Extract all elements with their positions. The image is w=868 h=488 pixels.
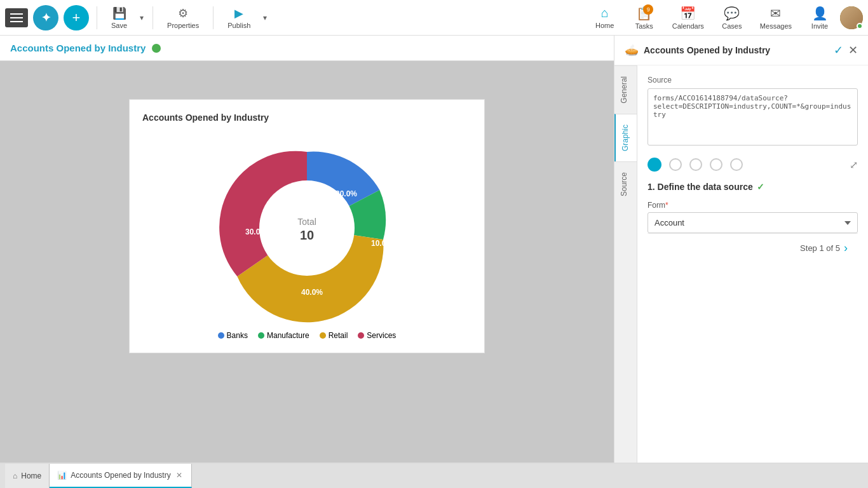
tab-source[interactable]: Source [614, 161, 637, 207]
chart-container: Accounts Opened by Industry [129, 99, 485, 353]
home-label: Home [595, 22, 614, 29]
divider2 [153, 6, 153, 29]
panel-chart-icon: 🥧 [625, 43, 639, 57]
side-tabs: General Graphic Source [614, 65, 637, 463]
messages-label: Messages [760, 22, 792, 30]
home-tab-icon: ⌂ [13, 471, 17, 480]
step-nav-text: Step 1 of 5 [800, 243, 840, 253]
properties-button[interactable]: ⚙ Properties [161, 4, 205, 32]
tab-home[interactable]: ⌂ Home [5, 464, 50, 488]
required-indicator: * [665, 201, 668, 210]
invite-icon: 👤 [812, 6, 828, 21]
services-percent-label: 30.0% [245, 227, 267, 236]
retail-percent-label: 40.0% [301, 288, 323, 297]
online-status-dot [857, 23, 863, 29]
legend-label-services: Services [367, 331, 396, 340]
logo-button[interactable]: ✦ [33, 5, 58, 30]
save-icon: 💾 [112, 6, 126, 20]
calendars-nav-button[interactable]: 📅 Calendars [665, 3, 712, 32]
bottom-tabs: ⌂ Home 📊 Accounts Opened by Industry ✕ [0, 463, 868, 488]
tab-graphic[interactable]: Graphic [614, 114, 637, 161]
main-area: Accounts Opened by Industry Accounts Ope… [0, 36, 868, 463]
save-dropdown-icon: ▾ [140, 13, 144, 22]
report-tab-icon: 📊 [57, 471, 67, 480]
donut-chart: Total 10 20.0% 10.0% 40.0% 30.0% [199, 133, 415, 323]
legend-dot-services [358, 332, 364, 339]
tasks-label: Tasks [635, 22, 653, 30]
canvas-status-dot [152, 44, 161, 53]
publish-label: Publish [227, 22, 250, 29]
legend-dot-banks [218, 332, 224, 339]
step-nav: Step 1 of 5 › [648, 233, 858, 262]
legend-banks: Banks [218, 331, 248, 340]
divider3 [213, 6, 214, 29]
save-button[interactable]: 💾 Save [105, 4, 133, 32]
canvas-area: Accounts Opened by Industry Accounts Ope… [0, 36, 614, 463]
step-dot-3[interactable] [689, 158, 702, 171]
home-nav-button[interactable]: ⌂ Home [586, 3, 624, 32]
calendars-label: Calendars [672, 22, 704, 30]
next-step-button[interactable]: › [844, 241, 848, 255]
step-dot-4[interactable] [710, 158, 722, 171]
step-dot-1[interactable] [648, 158, 661, 172]
step-check-icon: ✓ [757, 182, 764, 192]
add-button[interactable]: + [64, 5, 89, 30]
step-heading: 1. Define the data source ✓ [648, 182, 858, 192]
publish-icon: ▶ [234, 6, 243, 20]
tasks-icon-wrap: 📋 9 [636, 6, 652, 21]
canvas-title: Accounts Opened by Industry [10, 43, 146, 53]
publish-dropdown-button[interactable]: ▾ [262, 11, 268, 25]
cases-label: Cases [722, 22, 742, 30]
home-icon: ⌂ [601, 6, 609, 20]
logo-icon: ✦ [41, 11, 51, 25]
tab-general[interactable]: General [614, 65, 637, 114]
panel-title: Accounts Opened by Industry [644, 45, 770, 55]
messages-icon: ✉ [770, 6, 781, 21]
tasks-nav-button[interactable]: 📋 9 Tasks [625, 3, 663, 32]
donut-wrap: Total 10 20.0% 10.0% 40.0% 30.0% Banks [142, 133, 471, 340]
tasks-badge: 9 [643, 4, 653, 15]
toolbar-right: ⌂ Home 📋 9 Tasks 📅 Calendars 💬 Cases ✉ M… [586, 3, 863, 32]
publish-dropdown-icon: ▾ [263, 13, 267, 22]
panel-confirm-button[interactable]: ✓ [834, 43, 843, 57]
hamburger-button[interactable] [5, 8, 28, 27]
step-dot-2[interactable] [669, 158, 682, 171]
avatar-wrap [840, 6, 863, 29]
chart-legend: Banks Manufacture Retail Services [218, 331, 397, 340]
properties-label: Properties [167, 22, 199, 29]
legend-dot-retail [320, 332, 326, 339]
legend-dot-manufacture [258, 332, 264, 339]
canvas-header: Accounts Opened by Industry [0, 36, 614, 61]
toolbar-left: ✦ + 💾 Save ▾ ⚙ Properties ▶ Publish ▾ [5, 4, 586, 32]
legend-label-banks: Banks [227, 331, 248, 340]
legend-services: Services [358, 331, 396, 340]
form-label: Form* [648, 201, 858, 210]
total-label-text: Total [297, 217, 316, 227]
legend-retail: Retail [320, 331, 348, 340]
cases-icon: 💬 [724, 6, 740, 21]
properties-icon: ⚙ [178, 6, 188, 20]
save-label: Save [111, 22, 127, 29]
calendars-icon: 📅 [680, 6, 696, 21]
expand-icon[interactable]: ⤢ [850, 159, 858, 171]
publish-button[interactable]: ▶ Publish [221, 4, 257, 32]
panel-header: 🥧 Accounts Opened by Industry ✓ ✕ [614, 36, 868, 65]
total-value-text: 10 [300, 228, 314, 242]
form-select[interactable]: Account Contact Lead Opportunity [648, 212, 858, 233]
cases-nav-button[interactable]: 💬 Cases [713, 3, 751, 32]
step-heading-text: 1. Define the data source [648, 182, 753, 192]
source-textarea[interactable]: forms/ACCO1614188794/dataSource? select=… [648, 88, 858, 146]
panel-close-button[interactable]: ✕ [848, 43, 858, 57]
invite-nav-button[interactable]: 👤 Invite [801, 3, 839, 32]
panel-content: Source forms/ACCO1614188794/dataSource? … [637, 65, 868, 463]
tab-close-button[interactable]: ✕ [175, 471, 184, 480]
legend-manufacture: Manufacture [258, 331, 309, 340]
step-dot-5[interactable] [730, 158, 743, 171]
save-dropdown-button[interactable]: ▾ [139, 11, 145, 25]
report-tab-label: Accounts Opened by Industry [71, 471, 170, 480]
right-panel: 🥧 Accounts Opened by Industry ✓ ✕ Genera… [614, 36, 868, 463]
tab-report[interactable]: 📊 Accounts Opened by Industry ✕ [50, 464, 191, 488]
step-dots: ⤢ [648, 147, 858, 182]
banks-percent-label: 20.0% [336, 189, 357, 198]
messages-nav-button[interactable]: ✉ Messages [752, 3, 799, 32]
